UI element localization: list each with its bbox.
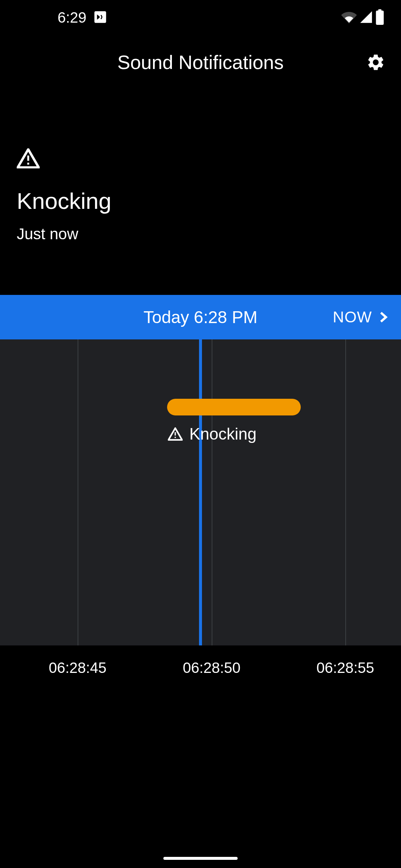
- wifi-icon: [341, 9, 357, 26]
- alert-triangle-icon: [168, 427, 183, 441]
- alert-triangle-icon: [17, 148, 384, 170]
- svg-rect-2: [378, 9, 382, 11]
- timeline-header: Today 6:28 PM NOW: [0, 295, 401, 339]
- event-label: Knocking: [189, 425, 257, 443]
- chevron-right-icon: [376, 310, 390, 324]
- svg-rect-6: [175, 437, 176, 438]
- detection-card[interactable]: Knocking Just now: [0, 89, 401, 295]
- now-label: NOW: [333, 308, 372, 326]
- now-button[interactable]: NOW: [333, 308, 390, 326]
- gear-icon: [366, 53, 385, 72]
- sound-notification-icon: [92, 9, 108, 26]
- settings-button[interactable]: [365, 51, 387, 73]
- navigation-handle[interactable]: [163, 857, 238, 860]
- timeline[interactable]: Knocking: [0, 339, 401, 645]
- svg-rect-4: [27, 163, 29, 165]
- svg-rect-3: [27, 155, 29, 161]
- svg-rect-5: [175, 432, 176, 435]
- status-bar: 6:29: [0, 0, 401, 35]
- page-title: Sound Notifications: [117, 51, 284, 73]
- app-bar: Sound Notifications: [0, 35, 401, 89]
- event-label-group: Knocking: [168, 425, 257, 443]
- detection-time: Just now: [17, 225, 384, 243]
- event-bar[interactable]: [167, 399, 301, 415]
- grid-line: [345, 339, 346, 645]
- cellular-icon: [359, 10, 373, 26]
- grid-line: [212, 339, 212, 645]
- svg-rect-0: [94, 11, 106, 23]
- time-tick: 06:28:50: [183, 660, 241, 676]
- time-tick: 06:28:55: [316, 660, 374, 676]
- detection-title: Knocking: [17, 188, 384, 214]
- svg-rect-1: [376, 10, 384, 25]
- time-tick: 06:28:45: [49, 660, 107, 676]
- time-axis: 06:28:45 06:28:50 06:28:55: [0, 645, 401, 690]
- timeline-cursor: [199, 339, 202, 645]
- grid-line: [78, 339, 78, 645]
- status-left: 6:29: [58, 9, 108, 26]
- timeline-date: Today 6:28 PM: [144, 307, 258, 327]
- battery-icon: [375, 9, 384, 26]
- status-right: [341, 9, 384, 26]
- status-time: 6:29: [58, 9, 87, 26]
